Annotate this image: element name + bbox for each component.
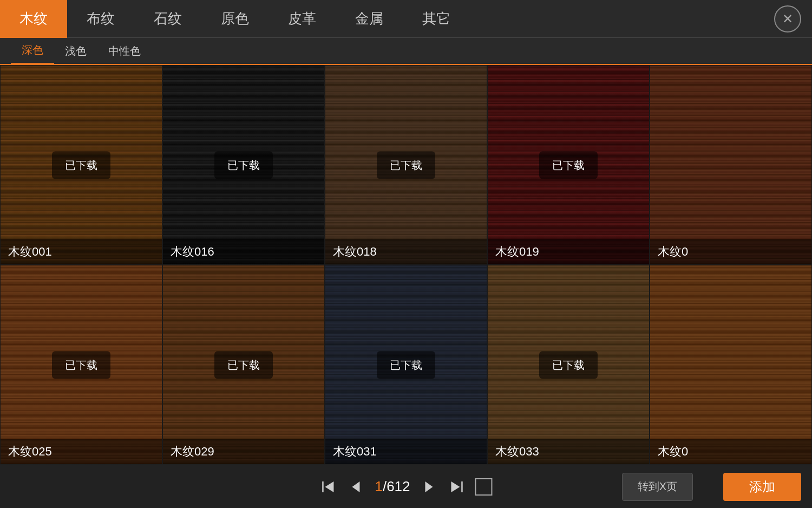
svg-marker-2 (352, 481, 359, 492)
download-badge-033: 已下载 (539, 351, 598, 379)
download-badge-031: 已下载 (377, 351, 435, 379)
tab-fabric[interactable]: 布纹 (67, 0, 134, 38)
grid-item-016[interactable]: 已下载 木纹016 (162, 65, 325, 265)
grid-item-020[interactable]: 木纹0 (650, 65, 812, 265)
close-icon: ✕ (782, 11, 793, 27)
grid-item-029[interactable]: 已下载 木纹029 (162, 265, 325, 465)
item-label-033: 木纹033 (488, 439, 649, 464)
prev-page-icon (348, 479, 363, 494)
grid-item-034[interactable]: 木纹0 (650, 265, 812, 465)
grid-item-031[interactable]: 已下载 木纹031 (325, 265, 487, 465)
page-total: 612 (387, 478, 410, 494)
svg-marker-3 (425, 481, 433, 492)
last-page-icon (449, 479, 464, 494)
tab-other[interactable]: 其它 (403, 0, 470, 38)
grid-item-025[interactable]: 已下载 木纹025 (0, 265, 162, 465)
last-page-button[interactable] (445, 475, 469, 499)
download-badge-018: 已下载 (377, 151, 435, 179)
item-label-019: 木纹019 (488, 239, 649, 264)
item-label-034: 木纹0 (650, 439, 811, 464)
item-label-018: 木纹018 (325, 239, 487, 264)
square-icon (475, 478, 493, 496)
download-badge-016: 已下载 (214, 151, 273, 179)
tab-leather[interactable]: 皮革 (269, 0, 336, 38)
download-badge-019: 已下载 (539, 151, 598, 179)
top-tabs: 木纹 布纹 石纹 原色 皮革 金属 其它 ✕ (0, 0, 812, 38)
bottom-bar: 1/612 转到X页 添加 (0, 465, 812, 508)
page-info: 1/612 (370, 478, 414, 495)
page-separator: / (383, 478, 387, 494)
tab-wood[interactable]: 木纹 (0, 0, 67, 38)
download-badge-025: 已下载 (52, 351, 110, 379)
grid-item-001[interactable]: 已下载 木纹001 (0, 65, 162, 265)
svg-marker-5 (451, 481, 460, 492)
subtab-neutral[interactable]: 中性色 (97, 37, 152, 64)
tab-plain[interactable]: 原色 (201, 0, 269, 38)
wood-texture-034 (650, 265, 811, 464)
texture-grid: 已下载 木纹001 已下载 木纹016 已下载 木纹018 已下载 木纹019 … (0, 65, 812, 465)
prev-page-button[interactable] (343, 475, 367, 499)
sub-tabs: 深色 浅色 中性色 (0, 38, 812, 65)
item-label-029: 木纹029 (163, 439, 324, 464)
item-label-025: 木纹025 (1, 439, 162, 464)
pagination: 1/612 (316, 475, 495, 499)
wood-texture-020 (650, 66, 811, 264)
download-badge-029: 已下载 (214, 351, 273, 379)
next-page-icon (422, 479, 437, 494)
add-button[interactable]: 添加 (723, 473, 801, 501)
tab-stone[interactable]: 石纹 (134, 0, 201, 38)
close-button[interactable]: ✕ (774, 5, 801, 32)
item-label-031: 木纹031 (325, 439, 487, 464)
first-page-button[interactable] (316, 475, 340, 499)
grid-item-033[interactable]: 已下载 木纹033 (487, 265, 650, 465)
grid-item-019[interactable]: 已下载 木纹019 (487, 65, 650, 265)
item-label-016: 木纹016 (163, 239, 324, 264)
subtab-dark[interactable]: 深色 (11, 37, 54, 64)
item-label-001: 木纹001 (1, 239, 162, 264)
next-page-button[interactable] (418, 475, 442, 499)
download-badge-001: 已下载 (52, 151, 110, 179)
page-current: 1 (375, 478, 382, 494)
subtab-light[interactable]: 浅色 (54, 37, 97, 64)
goto-button[interactable]: 转到X页 (622, 473, 693, 501)
item-label-020: 木纹0 (650, 239, 811, 264)
grid-item-018[interactable]: 已下载 木纹018 (325, 65, 487, 265)
tab-metal[interactable]: 金属 (336, 0, 403, 38)
first-page-icon (320, 479, 336, 494)
view-toggle-button[interactable] (472, 475, 496, 499)
svg-marker-1 (325, 481, 333, 492)
